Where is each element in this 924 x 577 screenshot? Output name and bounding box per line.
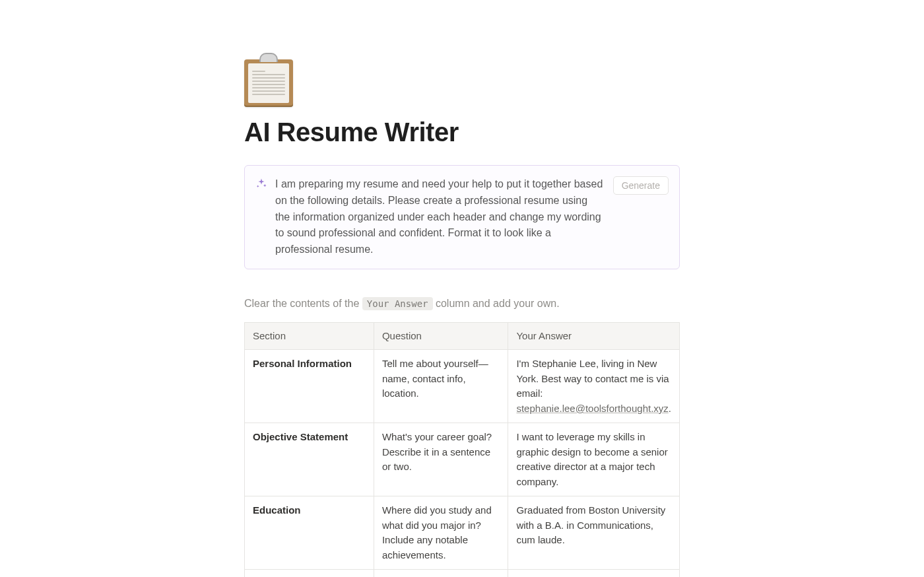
question-cell[interactable]: Tell me about yourself—name, contact inf… [374, 350, 508, 423]
header-answer: Your Answer [508, 322, 680, 350]
question-cell[interactable]: Where did you study and what did you maj… [374, 496, 508, 570]
page-title: AI Resume Writer [244, 112, 680, 152]
answer-cell[interactable]: At Creative Designs Ltd., I led a graphi… [508, 570, 680, 577]
generate-button[interactable]: Generate [613, 176, 669, 195]
answer-cell[interactable]: I'm Stephanie Lee, living in New York. B… [508, 350, 680, 423]
section-cell[interactable]: Personal Information [245, 350, 374, 423]
email-link[interactable]: stephanie.lee@toolsforthought.xyz [516, 403, 668, 414]
clipboard-icon [244, 53, 293, 107]
ai-prompt-text: I am preparing my resume and need your h… [275, 176, 605, 258]
header-question: Question [374, 322, 508, 350]
section-cell[interactable]: Work Experience [245, 570, 374, 577]
section-cell[interactable]: Objective Statement [245, 423, 374, 496]
table-row[interactable]: Personal InformationTell me about yourse… [245, 350, 680, 423]
table-row[interactable]: Objective StatementWhat's your career go… [245, 423, 680, 496]
sparkle-icon [255, 178, 267, 189]
answer-cell[interactable]: I want to leverage my skills in graphic … [508, 423, 680, 496]
code-inline: Your Answer [362, 297, 433, 310]
table-row[interactable]: Work ExperienceTell me about your past j… [245, 570, 680, 577]
ai-prompt-block[interactable]: I am preparing my resume and need your h… [244, 165, 680, 269]
resume-table: Section Question Your Answer Personal In… [244, 322, 680, 577]
header-section: Section [245, 322, 374, 350]
question-cell[interactable]: Tell me about your past jobs. Where have… [374, 570, 508, 577]
question-cell[interactable]: What's your career goal? Describe it in … [374, 423, 508, 496]
instruction-text: Clear the contents of the Your Answer co… [244, 296, 680, 312]
answer-cell[interactable]: Graduated from Boston University with a … [508, 496, 680, 570]
table-row[interactable]: EducationWhere did you study and what di… [245, 496, 680, 570]
section-cell[interactable]: Education [245, 496, 374, 570]
